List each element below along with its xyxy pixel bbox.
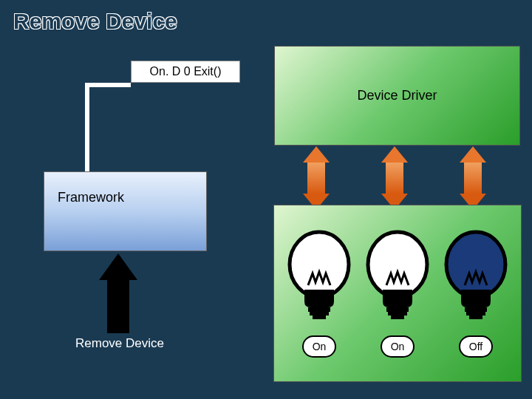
connector-vertical [85,83,89,171]
connector-horizontal [85,83,131,87]
arrow-up-icon [107,253,129,333]
callback-label-box: On. D 0 Exit() [131,61,240,83]
svg-point-4 [368,232,427,297]
double-arrow-icon [464,146,482,210]
bulb-column: On [364,229,431,358]
bulb-state-badge: Off [459,335,493,358]
double-arrow-icon [307,146,325,210]
bulb-state-badge: On [381,335,415,358]
svg-rect-7 [391,316,404,319]
callback-label-text: On. D 0 Exit() [150,65,222,78]
page-title: Remove Device [13,9,177,34]
framework-box: Framework [44,171,207,251]
framework-label: Framework [58,190,124,205]
svg-rect-5 [386,307,409,312]
svg-rect-10 [466,312,485,316]
svg-point-0 [290,232,349,297]
bulb-state-text: On [391,341,405,352]
lightbulb-icon [364,229,431,325]
svg-rect-9 [465,307,487,312]
svg-rect-11 [469,316,482,319]
bulb-state-text: Off [469,341,482,352]
bulb-state-text: On [313,341,327,352]
svg-rect-6 [388,312,407,316]
double-arrow-icon [386,146,403,210]
svg-rect-3 [313,316,326,319]
device-driver-label: Device Driver [357,88,437,103]
lightbulb-icon [286,229,352,325]
bulb-state-badge: On [302,335,336,358]
bulbs-panel: On On Off [273,205,522,382]
remove-device-label: Remove Device [72,335,168,352]
lightbulb-icon [443,229,509,325]
svg-rect-1 [308,307,330,312]
svg-point-8 [446,232,505,297]
svg-rect-2 [310,312,329,316]
device-driver-box: Device Driver [274,46,520,146]
bulb-column: On [286,229,352,358]
bulb-column: Off [443,229,509,358]
